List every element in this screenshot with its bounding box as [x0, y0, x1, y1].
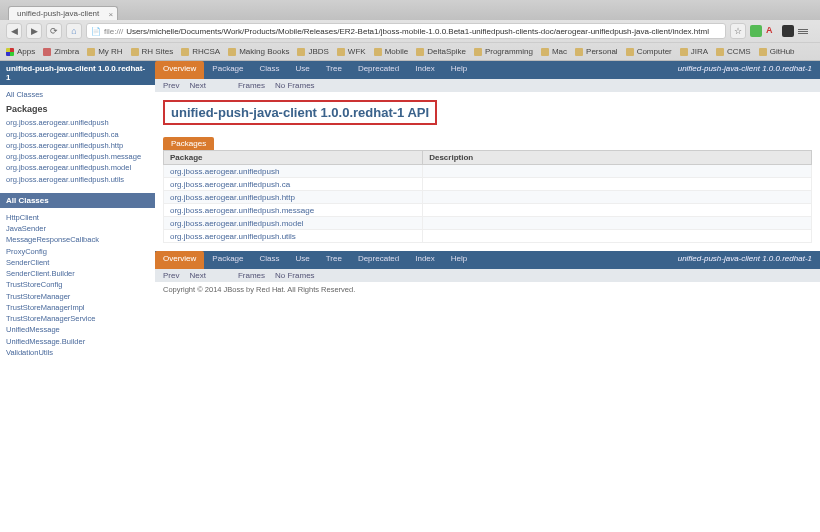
next-link[interactable]: Next: [189, 81, 205, 90]
frames-link[interactable]: Frames: [238, 271, 265, 280]
folder-icon: [541, 48, 549, 56]
next-link[interactable]: Next: [189, 271, 205, 280]
packages-heading: Packages: [6, 104, 149, 114]
sub-nav: Prev Next Frames No Frames: [155, 79, 820, 92]
class-link[interactable]: TrustStoreConfig: [6, 279, 149, 290]
pkg-link[interactable]: org.jboss.aerogear.unifiedpush.utils: [170, 232, 296, 241]
content-pane: Overview Package Class Use Tree Deprecat…: [155, 61, 820, 532]
folder-icon: [474, 48, 482, 56]
table-row: org.jboss.aerogear.unifiedpush.ca: [164, 178, 812, 191]
package-link[interactable]: org.jboss.aerogear.unifiedpush.message: [6, 151, 149, 162]
bookmark-item[interactable]: Apps: [6, 47, 35, 56]
frames-link[interactable]: Frames: [238, 81, 265, 90]
bookmark-item[interactable]: Programming: [474, 47, 533, 56]
pkg-link[interactable]: org.jboss.aerogear.unifiedpush.http: [170, 193, 295, 202]
nav-toolbar: ◀ ▶ ⟳ ⌂ 📄 file:///Users/michelle/Documen…: [0, 20, 820, 42]
back-button[interactable]: ◀: [6, 23, 22, 39]
nav-tab-deprecated[interactable]: Deprecated: [350, 61, 407, 79]
nav-tab-help[interactable]: Help: [443, 61, 475, 79]
sub-nav-bottom: Prev Next Frames No Frames: [155, 269, 820, 282]
class-link[interactable]: TrustStoreManagerImpl: [6, 302, 149, 313]
nav-tab-package[interactable]: Package: [204, 61, 251, 79]
nav-tab-overview[interactable]: Overview: [155, 61, 204, 79]
browser-chrome: unified-push-java-client × ◀ ▶ ⟳ ⌂ 📄 fil…: [0, 0, 820, 61]
table-row: org.jboss.aerogear.unifiedpush.http: [164, 191, 812, 204]
class-link[interactable]: SenderClient.Builder: [6, 268, 149, 279]
prev-link[interactable]: Prev: [163, 81, 179, 90]
nav-tab-tree[interactable]: Tree: [318, 251, 350, 269]
class-link[interactable]: UnifiedMessage: [6, 324, 149, 335]
folder-icon: [131, 48, 139, 56]
address-bar[interactable]: 📄 file:///Users/michelle/Documents/Work/…: [86, 23, 726, 39]
browser-tab[interactable]: unified-push-java-client ×: [8, 6, 118, 20]
bookmark-item[interactable]: CCMS: [716, 47, 751, 56]
class-link[interactable]: TrustStoreManagerService: [6, 313, 149, 324]
bookmark-item[interactable]: Zimbra: [43, 47, 79, 56]
nav-tab-use[interactable]: Use: [288, 251, 318, 269]
nav-tab-deprecated[interactable]: Deprecated: [350, 251, 407, 269]
bookmark-item[interactable]: GitHub: [759, 47, 795, 56]
nav-tab-index[interactable]: Index: [407, 61, 443, 79]
package-link[interactable]: org.jboss.aerogear.unifiedpush: [6, 117, 149, 128]
class-link[interactable]: HttpClient: [6, 212, 149, 223]
package-link[interactable]: org.jboss.aerogear.unifiedpush.http: [6, 140, 149, 151]
zimbra-icon: [43, 48, 51, 56]
class-link[interactable]: SenderClient: [6, 257, 149, 268]
bookmark-item[interactable]: Mac: [541, 47, 567, 56]
noframes-link[interactable]: No Frames: [275, 81, 315, 90]
package-link[interactable]: org.jboss.aerogear.unifiedpush.model: [6, 162, 149, 173]
class-link[interactable]: JavaSender: [6, 223, 149, 234]
header-title-right: unified-push-java-client 1.0.0.redhat-1: [670, 61, 820, 79]
class-link[interactable]: MessageResponseCallback: [6, 234, 149, 245]
bookmark-item[interactable]: Computer: [626, 47, 672, 56]
pkg-link[interactable]: org.jboss.aerogear.unifiedpush: [170, 167, 279, 176]
col-package: Package: [164, 151, 423, 165]
pkg-link[interactable]: org.jboss.aerogear.unifiedpush.message: [170, 206, 314, 215]
nav-tab-package[interactable]: Package: [204, 251, 251, 269]
class-link[interactable]: ProxyConfig: [6, 246, 149, 257]
forward-button[interactable]: ▶: [26, 23, 42, 39]
nav-tab-class[interactable]: Class: [251, 251, 287, 269]
table-row: org.jboss.aerogear.unifiedpush: [164, 165, 812, 178]
home-button[interactable]: ⌂: [66, 23, 82, 39]
table-row: org.jboss.aerogear.unifiedpush.model: [164, 217, 812, 230]
bookmark-item[interactable]: RHCSA: [181, 47, 220, 56]
all-classes-link[interactable]: All Classes: [6, 89, 149, 100]
bookmark-item[interactable]: Personal: [575, 47, 618, 56]
file-icon: 📄: [91, 27, 101, 36]
close-icon[interactable]: ×: [109, 10, 114, 19]
bookmark-star-icon[interactable]: ☆: [730, 23, 746, 39]
prev-link[interactable]: Prev: [163, 271, 179, 280]
pkg-link[interactable]: org.jboss.aerogear.unifiedpush.ca: [170, 180, 290, 189]
reload-button[interactable]: ⟳: [46, 23, 62, 39]
sidebar: unified-push-java-client 1.0.0.redhat-1 …: [0, 61, 155, 532]
nav-tab-tree[interactable]: Tree: [318, 61, 350, 79]
bookmark-item[interactable]: Making Books: [228, 47, 289, 56]
package-link[interactable]: org.jboss.aerogear.unifiedpush.ca: [6, 129, 149, 140]
bookmark-item[interactable]: JBDS: [297, 47, 328, 56]
bookmark-item[interactable]: Mobile: [374, 47, 409, 56]
bookmark-item[interactable]: DeltaSpike: [416, 47, 466, 56]
package-link[interactable]: org.jboss.aerogear.unifiedpush.utils: [6, 174, 149, 185]
api-title-wrap: unified-push-java-client 1.0.0.redhat-1 …: [155, 92, 820, 133]
class-link[interactable]: UnifiedMessage.Builder: [6, 336, 149, 347]
bookmark-item[interactable]: My RH: [87, 47, 122, 56]
copyright-footer: Copyright © 2014 JBoss by Red Hat. All R…: [155, 282, 820, 297]
class-link[interactable]: ValidationUtils: [6, 347, 149, 358]
bookmark-item[interactable]: WFK: [337, 47, 366, 56]
nav-tab-use[interactable]: Use: [288, 61, 318, 79]
nav-tab-help[interactable]: Help: [443, 251, 475, 269]
nav-tab-index[interactable]: Index: [407, 251, 443, 269]
menu-icon[interactable]: [798, 25, 810, 37]
api-title: unified-push-java-client 1.0.0.redhat-1 …: [163, 100, 437, 125]
nav-tab-overview[interactable]: Overview: [155, 251, 204, 269]
extension-icon[interactable]: A: [766, 25, 778, 37]
pkg-link[interactable]: org.jboss.aerogear.unifiedpush.model: [170, 219, 303, 228]
extension-icon[interactable]: [782, 25, 794, 37]
nav-tab-class[interactable]: Class: [251, 61, 287, 79]
bookmark-item[interactable]: JIRA: [680, 47, 708, 56]
bookmark-item[interactable]: RH Sites: [131, 47, 174, 56]
class-link[interactable]: TrustStoreManager: [6, 291, 149, 302]
extension-icon[interactable]: [750, 25, 762, 37]
noframes-link[interactable]: No Frames: [275, 271, 315, 280]
